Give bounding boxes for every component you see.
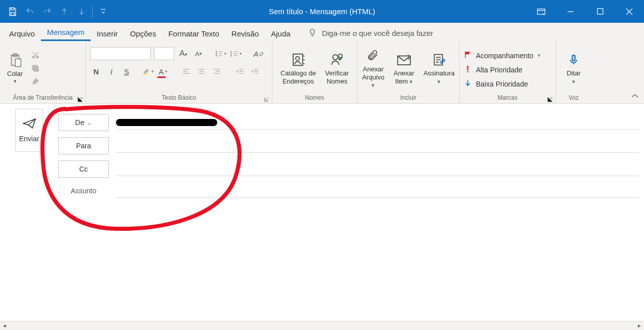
low-importance-icon — [464, 79, 472, 89]
signature-label: Assinatura — [423, 69, 454, 77]
high-importance-button[interactable]: ! Alta Prioridade — [464, 64, 522, 75]
align-left-icon[interactable] — [180, 65, 192, 77]
low-importance-button[interactable]: Baixa Prioridade — [464, 79, 528, 89]
svg-point-18 — [333, 55, 338, 60]
undo-icon[interactable] — [21, 0, 38, 23]
svg-point-17 — [296, 57, 300, 61]
subject-field[interactable] — [116, 184, 639, 198]
from-button[interactable]: De ⌄ — [58, 114, 109, 131]
font-size-input[interactable] — [154, 47, 174, 60]
address-book-button[interactable]: Catálogo deEndereços — [277, 49, 319, 87]
numbering-icon[interactable]: 123 — [230, 48, 242, 60]
tab-arquivo[interactable]: Arquivo — [3, 25, 41, 41]
horizontal-scrollbar[interactable]: ◄ ► — [0, 321, 644, 330]
highlight-color-icon[interactable] — [142, 65, 154, 77]
redo-icon[interactable] — [38, 0, 56, 23]
increase-indent-icon[interactable] — [249, 65, 261, 77]
compose-area: Enviar De ⌄ Para Cc Assunto — [0, 104, 644, 198]
attach-file-button[interactable]: AnexarArquivo ▾ — [359, 45, 387, 91]
window-controls — [527, 0, 644, 23]
scroll-left-icon[interactable]: ◄ — [0, 321, 9, 331]
shrink-font-icon[interactable]: A▾ — [192, 48, 205, 60]
to-field[interactable] — [116, 139, 639, 153]
svg-rect-15 — [143, 74, 149, 75]
svg-text:3: 3 — [230, 55, 232, 57]
next-item-icon[interactable] — [73, 0, 90, 23]
bullets-icon[interactable] — [215, 48, 227, 60]
attach-item-icon — [396, 51, 412, 68]
tab-revisao[interactable]: Revisão — [225, 25, 265, 41]
font-color-icon[interactable]: A — [157, 65, 169, 77]
check-names-button[interactable]: VerificarNomes — [322, 49, 352, 87]
check-names-label-2: Nomes — [327, 77, 347, 85]
svg-rect-8 — [32, 65, 37, 70]
title-bar: Sem título - Mensagem (HTML) — [0, 0, 644, 23]
clear-formatting-icon[interactable]: A∅ — [252, 48, 264, 60]
scroll-right-icon[interactable]: ► — [635, 321, 644, 331]
dialog-launcher-icon[interactable] — [77, 95, 84, 101]
paperclip-icon — [367, 47, 379, 64]
cc-label: Cc — [79, 165, 88, 173]
from-field[interactable] — [116, 115, 639, 130]
close-icon[interactable] — [615, 0, 644, 23]
group-label-basic-text: Texto Básico — [90, 93, 268, 103]
paste-button[interactable]: Colar ▾ — [4, 50, 26, 87]
check-names-icon — [330, 51, 345, 68]
subject-label: Assunto — [58, 187, 109, 195]
ribbon-display-options-icon[interactable] — [527, 0, 556, 23]
font-name-input[interactable] — [90, 47, 151, 60]
dictate-button[interactable]: Ditar▾ — [564, 49, 583, 87]
svg-rect-0 — [538, 9, 545, 14]
group-voice: Ditar▾ Voz — [556, 41, 591, 103]
tab-opcoes[interactable]: Opções — [124, 25, 163, 41]
group-label-clipboard: Área de Transferência — [4, 93, 82, 103]
cut-icon[interactable] — [30, 50, 41, 61]
attach-file-label-2: Arquivo — [362, 73, 384, 81]
previous-item-icon[interactable] — [56, 0, 73, 23]
cc-field[interactable] — [116, 162, 639, 176]
svg-rect-4 — [15, 59, 21, 66]
format-painter-icon[interactable] — [30, 76, 41, 87]
maximize-icon[interactable] — [585, 0, 615, 23]
tab-inserir[interactable]: Inserir — [91, 25, 124, 41]
decrease-indent-icon[interactable] — [234, 65, 246, 77]
scroll-track[interactable] — [9, 322, 635, 329]
send-icon — [22, 118, 36, 131]
chevron-down-icon: ▾ — [14, 78, 17, 85]
chevron-down-icon: ⌄ — [87, 119, 92, 126]
dialog-launcher-icon[interactable] — [547, 95, 553, 101]
from-value-redacted — [116, 119, 217, 126]
cc-button[interactable]: Cc — [58, 160, 109, 178]
send-button[interactable]: Enviar — [15, 109, 43, 152]
tab-ajuda[interactable]: Ajuda — [265, 25, 296, 41]
tell-me-search[interactable]: Diga-me o que você deseja fazer — [297, 24, 438, 41]
underline-button[interactable]: S — [120, 65, 133, 77]
tell-me-placeholder: Diga-me o que você deseja fazer — [322, 29, 433, 37]
svg-rect-22 — [468, 52, 470, 54]
align-right-icon[interactable] — [211, 65, 223, 77]
signature-button[interactable]: Assinatura▾ — [420, 49, 457, 87]
save-icon[interactable] — [4, 0, 21, 23]
flag-icon — [464, 51, 472, 60]
dialog-launcher-icon[interactable] — [264, 95, 270, 101]
follow-up-button[interactable]: Acompanhamento ▾ — [464, 51, 541, 60]
follow-up-label: Acompanhamento — [476, 52, 534, 60]
message-body[interactable] — [5, 213, 639, 320]
minimize-icon[interactable] — [556, 0, 585, 23]
tab-mensagem[interactable]: Mensagem — [41, 24, 91, 41]
group-tags: Acompanhamento ▾ ! Alta Prioridade Baixa… — [460, 41, 556, 103]
tab-formatar-texto[interactable]: Formatar Texto — [162, 25, 225, 41]
to-button[interactable]: Para — [58, 137, 109, 154]
chevron-down-icon: ▾ — [538, 52, 541, 59]
bold-button[interactable]: N — [90, 65, 102, 77]
italic-button[interactable]: I — [105, 65, 117, 77]
ribbon-tabs: Arquivo Mensagem Inserir Opções Formatar… — [0, 23, 644, 41]
customize-qat-icon[interactable] — [95, 0, 112, 23]
align-center-icon[interactable] — [195, 65, 208, 77]
collapse-ribbon-icon[interactable] — [631, 92, 639, 101]
attach-file-label-1: Anexar — [363, 65, 384, 73]
copy-icon[interactable] — [30, 63, 41, 74]
group-names: Catálogo deEndereços VerificarNomes Nome… — [272, 41, 357, 103]
attach-item-button[interactable]: AnexarItem ▾ — [390, 49, 417, 87]
grow-font-icon[interactable]: A▴ — [177, 48, 189, 60]
